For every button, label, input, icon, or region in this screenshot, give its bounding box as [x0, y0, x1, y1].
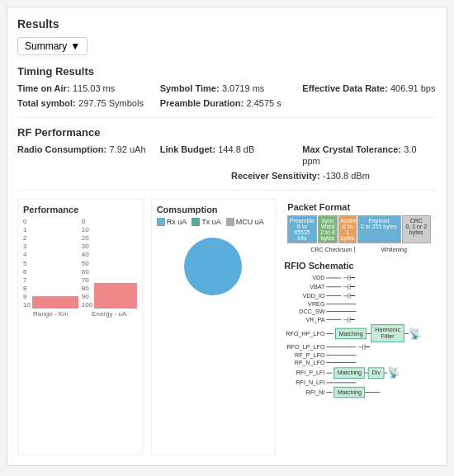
- vbat-line: [327, 286, 342, 287]
- packet-format: Packet Format Preamble8 to 65535bits Syn…: [284, 199, 437, 256]
- vreg-line: [327, 304, 357, 304]
- performance-chart: Performance 109876543210 Range - Km: [17, 199, 143, 455]
- packet-crc: CRC0, 1 or 2 bytes: [402, 215, 431, 243]
- vddio-label: VDD_IO: [284, 293, 325, 299]
- vrpa-row: VR_PA ⊣⊢: [284, 315, 437, 323]
- pie-chart: [157, 229, 271, 304]
- vrpa-line: [327, 319, 342, 320]
- timing-value-4: 2.4575 s: [246, 98, 281, 108]
- timing-field-4: Preamble Duration: 2.4575 s: [160, 97, 295, 109]
- legend-mcu-label: MCU uA: [236, 218, 264, 226]
- rfnlfo-line: [327, 362, 357, 363]
- rfio-title: RFIO Schematic: [284, 261, 437, 271]
- antenna-icon-1: 📡: [409, 328, 421, 339]
- rfolp-line: [327, 346, 357, 347]
- timing-field-1: Symbol Time: 3.0719 ms: [160, 82, 295, 94]
- vrpa-cap: ⊣⊢: [343, 315, 356, 323]
- packet-payload: Payload0 to 255 bytes: [357, 215, 401, 243]
- range-bar: [32, 296, 78, 309]
- summary-label: Summary: [25, 40, 67, 52]
- rf-title: RF Performance: [17, 126, 437, 139]
- rfplfo-line: [327, 355, 357, 356]
- summary-button[interactable]: Summary ▼: [17, 37, 87, 55]
- pie-circle: [184, 238, 242, 295]
- antenna-icon-2: 📡: [387, 367, 400, 379]
- vreg-label: VREG: [284, 300, 325, 307]
- vddio-line: [327, 295, 342, 296]
- crc-checksum-label: CRC Checksum: [287, 247, 354, 252]
- rfio-inner: VDD ⊣⊢ VBAT ⊣⊢ VDD_IO ⊣⊢: [284, 274, 437, 398]
- packet-annotations: CRC Checksum Whitening: [287, 247, 433, 252]
- energy-bar: [94, 283, 136, 309]
- rfio-section: RFIO Schematic VDD ⊣⊢ VBAT ⊣⊢: [284, 261, 437, 455]
- rfiplfi-row: RFI_P_LFI Matching Div 📡: [284, 367, 437, 379]
- rfplfo-label: RF_P_LFO: [284, 352, 325, 359]
- range-label: Range - Km: [23, 310, 78, 318]
- rfinlfi-line: [327, 382, 357, 383]
- timing-value-1: 3.0719 ms: [222, 83, 264, 93]
- matching-block-2: Matching: [334, 367, 366, 379]
- matching-block-1: Matching: [335, 328, 367, 339]
- timing-label-2: Effective Data Rate:: [302, 83, 387, 93]
- dccsw-row: DCC_SW: [284, 308, 437, 314]
- timing-value-3: 297.75 Symbols: [78, 98, 144, 108]
- vreg-row: VREG: [284, 300, 437, 307]
- rfolp-cap: ⊣⊢: [357, 343, 371, 351]
- dccsw-line: [327, 311, 357, 312]
- legend-rx-label: Rx uA: [167, 218, 187, 226]
- legend-tx-label: Tx uA: [201, 218, 221, 226]
- matching-block-3: Matching: [334, 387, 366, 398]
- vddio-cap: ⊣⊢: [343, 292, 356, 300]
- dccsw-label: DCC_SW: [284, 308, 325, 314]
- y-axis-right: 1009080706050403020100: [82, 218, 92, 309]
- rfini-label: RFI_NI: [284, 389, 325, 396]
- rfiplfi-label: RFI_P_LFI: [284, 370, 325, 376]
- energy-label: Energy - uA: [82, 310, 137, 318]
- timing-value-0: 115.03 ms: [73, 83, 115, 93]
- timing-label-4: Preamble Duration:: [160, 98, 244, 108]
- y-axis-left: 109876543210: [23, 218, 31, 309]
- packet-title: Packet Format: [287, 202, 433, 212]
- rfolplfo-label: RFO_LP_LFO: [284, 344, 325, 351]
- match3-line: [366, 392, 381, 393]
- consumption-title: Comsumption: [157, 205, 271, 214]
- rf-field-4: Receiver Sensitivity: -130.8 dBm: [231, 170, 437, 181]
- rfinlfi-label: RFI_N_LFI: [284, 379, 325, 386]
- timing-section: Timing Results Time on Air: 115.03 ms Sy…: [17, 65, 437, 109]
- div-block: Div: [368, 367, 384, 379]
- packet-preamble: Preamble8 to 65535bits: [287, 215, 316, 243]
- whitening-label: Whitening: [355, 247, 433, 252]
- vdd-label: VDD: [284, 275, 325, 281]
- vbat-cap: ⊣⊢: [343, 283, 356, 291]
- rfohplfo-label: RFO_HP_LFO: [284, 330, 325, 337]
- pie-svg: [180, 233, 246, 299]
- rf-value-4: -130.8 dBm: [323, 171, 370, 181]
- packet-row: Preamble8 to 65535bits Sync Word2 to 4by…: [287, 215, 433, 243]
- rfohplfo-row: RFO_HP_LFO Matching HarmonicFilter 📡: [284, 324, 437, 342]
- vdd-line: [327, 278, 342, 279]
- rf-value-0: 7.92 uAh: [110, 144, 146, 154]
- rf-label-4: Receiver Sensitivity:: [231, 171, 320, 181]
- rf-section: RF Performance Radio Consumption: 7.92 u…: [17, 126, 437, 181]
- performance-title: Performance: [23, 205, 137, 214]
- vrpa-label: VR_PA: [284, 316, 325, 323]
- rf-label-1: Link Budget:: [160, 144, 215, 154]
- timing-field-5: [302, 97, 437, 109]
- packet-sync: Sync Word2 to 4bytes: [318, 215, 338, 243]
- rf-field-1: Link Budget: 144.8 dB: [160, 144, 295, 167]
- rfnlfo-row: RF_N_LFO: [284, 360, 437, 366]
- bottom-section: Performance 109876543210 Range - Km: [17, 199, 437, 455]
- harmonic-filter: HarmonicFilter: [371, 324, 404, 342]
- rf-value-1: 144.8 dB: [218, 144, 254, 154]
- consumption-chart: Comsumption Rx uA Tx uA MCU uA: [151, 199, 277, 455]
- consumption-legend: Rx uA Tx uA MCU uA: [157, 218, 271, 226]
- rf-field-0: Radio Consumption: 7.92 uAh: [17, 144, 152, 167]
- chevron-down-icon: ▼: [70, 40, 80, 52]
- rf-field-2: Max Crystal Tolerance: 3.0 ppm: [302, 144, 437, 167]
- rfolplfo-row: RFO_LP_LFO ⊣⊢: [284, 343, 437, 351]
- timing-field-2: Effective Data Rate: 406.91 bps: [302, 82, 437, 94]
- timing-value-2: 406.91 bps: [390, 83, 435, 93]
- rf-label-2: Max Crystal Tolerance:: [302, 144, 401, 154]
- rfnlfo-label: RF_N_LFO: [284, 360, 325, 366]
- timing-field-3: Total symbol: 297.75 Symbols: [17, 97, 152, 109]
